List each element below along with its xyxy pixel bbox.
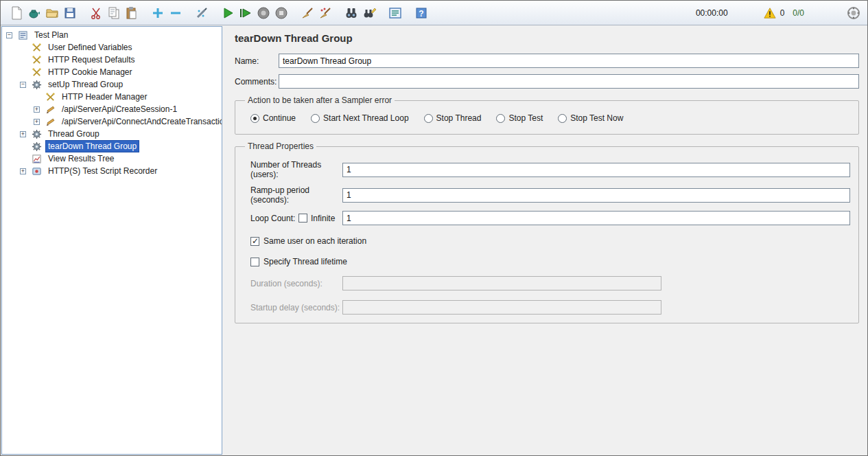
tree-item-test-script-recorder[interactable]: HTTP(S) Test Script Recorder: [2, 165, 222, 177]
tree-item-connect-transaction-sampler[interactable]: /api/ServerApi/ConnectAndCreateTransacti…: [2, 115, 222, 128]
name-label: Name:: [235, 56, 279, 66]
tree-item-teardown-thread-group[interactable]: tearDown Thread Group: [2, 140, 222, 152]
tree-item-label: /api/ServerApi/ConnectAndCreateTransacti…: [59, 115, 222, 128]
tree-item-thread-group[interactable]: Thread Group: [2, 128, 222, 140]
recorder-icon: [31, 166, 42, 176]
infinite-checkbox[interactable]: Infinite: [298, 214, 342, 223]
tree-collapse-toggle[interactable]: [6, 32, 17, 38]
rampup-row: Ramp-up period (seconds):: [250, 185, 850, 205]
threads-input[interactable]: [342, 163, 850, 177]
threads-label: Number of Threads (users):: [250, 160, 342, 179]
save-icon[interactable]: [61, 4, 79, 22]
listener-icon: [31, 153, 42, 164]
thread-group-icon: [31, 128, 42, 139]
tree-item-setup-thread-group[interactable]: setUp Thread Group: [2, 78, 222, 91]
remote-indicator-icon: [847, 6, 860, 20]
radio-stop-test[interactable]: Stop Test: [496, 113, 543, 123]
specify-lifetime-checkbox[interactable]: Specify Thread lifetime: [250, 257, 850, 266]
collapse-all-icon[interactable]: [167, 4, 185, 22]
same-user-label: Same user on each iteration: [263, 236, 366, 246]
name-input[interactable]: [279, 54, 859, 68]
loop-count-input[interactable]: [342, 211, 850, 225]
tree-collapse-toggle[interactable]: [20, 82, 31, 88]
page-title: tearDown Thread Group: [235, 32, 859, 44]
expand-all-icon[interactable]: [149, 4, 167, 22]
name-row: Name:: [235, 54, 859, 68]
rampup-input[interactable]: [342, 188, 850, 203]
content-area: Test Plan User Defined Variables HTTP Re…: [1, 25, 867, 455]
toolbar-status-area: 00:00:00 0 0/0: [696, 6, 860, 20]
toggle-icon[interactable]: [193, 4, 211, 22]
same-user-checkbox[interactable]: Same user on each iteration: [250, 236, 850, 246]
radio-stop-test-now[interactable]: Stop Test Now: [558, 113, 623, 123]
tree-item-label: HTTP(S) Test Script Recorder: [45, 165, 160, 177]
clear-all-icon[interactable]: [316, 4, 334, 22]
duration-input: [342, 276, 661, 290]
checkbox-checked-icon: [250, 237, 259, 246]
config-element-icon: [45, 91, 56, 102]
warning-icon[interactable]: [764, 7, 776, 19]
radio-label: Stop Thread: [436, 113, 482, 123]
sampler-error-options: Continue Start Next Thread Loop Stop Thr…: [244, 108, 850, 126]
svg-text:?: ?: [419, 8, 423, 18]
tree-item-label: HTTP Cookie Manager: [45, 66, 135, 78]
config-panel: tearDown Thread Group Name: Comments: Ac…: [228, 25, 867, 455]
rampup-label: Ramp-up period (seconds):: [250, 185, 342, 205]
stop-icon[interactable]: [255, 4, 272, 22]
tree-item-create-session-sampler[interactable]: /api/ServerApi/CreateSession-1: [2, 103, 222, 115]
copy-icon[interactable]: [105, 4, 123, 22]
tree-item-http-request-defaults[interactable]: HTTP Request Defaults: [2, 54, 222, 66]
start-icon[interactable]: [219, 4, 237, 22]
thread-properties-legend: Thread Properties: [245, 141, 316, 151]
search-icon[interactable]: [342, 4, 360, 22]
loop-count-label: Loop Count:: [250, 214, 298, 223]
test-plan-icon: [17, 30, 28, 41]
tree-expand-toggle[interactable]: [20, 131, 31, 137]
radio-stop-thread[interactable]: Stop Thread: [424, 113, 482, 123]
open-file-icon[interactable]: [43, 4, 61, 22]
panel-splitter[interactable]: [222, 25, 228, 455]
loop-count-row: Loop Count: Infinite: [250, 211, 850, 225]
config-element-icon: [31, 67, 42, 78]
shutdown-icon[interactable]: [272, 4, 290, 22]
radio-icon: [424, 114, 433, 123]
clear-icon[interactable]: [298, 4, 316, 22]
thread-group-icon: [31, 141, 42, 152]
comments-row: Comments:: [235, 74, 859, 89]
tree-item-label: HTTP Request Defaults: [45, 54, 138, 66]
tree-item-label: Thread Group: [45, 128, 102, 140]
tree-item-label: HTTP Header Manager: [59, 91, 150, 103]
new-file-icon[interactable]: [8, 4, 25, 22]
start-no-pauses-icon[interactable]: [237, 4, 255, 22]
tree-expand-toggle[interactable]: [34, 106, 45, 113]
search-reset-icon[interactable]: [360, 4, 378, 22]
function-helper-icon[interactable]: [386, 4, 404, 22]
cut-icon[interactable]: [87, 4, 105, 22]
radio-start-next-thread-loop[interactable]: Start Next Thread Loop: [311, 113, 409, 123]
help-icon[interactable]: ?: [412, 4, 430, 22]
tree-item-label: View Results Tree: [45, 152, 117, 165]
jmeter-window: ? 00:00:00 0 0/0 Test Plan User Defined …: [0, 0, 868, 456]
startup-delay-input: [342, 300, 661, 315]
tree-item-test-plan[interactable]: Test Plan: [2, 29, 222, 41]
templates-icon[interactable]: [25, 4, 43, 22]
active-threads-count: 0/0: [793, 8, 804, 18]
tree-item-http-header-manager[interactable]: HTTP Header Manager: [2, 91, 222, 103]
tree-expand-toggle[interactable]: [20, 168, 31, 174]
radio-label: Continue: [263, 113, 296, 123]
tree-item-view-results-tree[interactable]: View Results Tree: [2, 152, 222, 165]
tree-expand-toggle[interactable]: [34, 119, 45, 125]
tree-item-http-cookie-manager[interactable]: HTTP Cookie Manager: [2, 66, 222, 78]
sampler-icon: [45, 116, 56, 127]
infinite-label: Infinite: [311, 214, 335, 223]
startup-delay-row: Startup delay (seconds):: [250, 300, 850, 315]
tree-item-user-defined-variables[interactable]: User Defined Variables: [2, 41, 222, 54]
radio-continue[interactable]: Continue: [250, 113, 296, 123]
paste-icon[interactable]: [123, 4, 141, 22]
thread-properties-section: Thread Properties Number of Threads (use…: [235, 141, 859, 323]
radio-icon: [558, 114, 567, 123]
comments-label: Comments:: [235, 77, 279, 87]
comments-input[interactable]: [279, 74, 859, 89]
log-error-count: 0: [780, 8, 785, 18]
tree-item-label: Test Plan: [32, 29, 71, 41]
